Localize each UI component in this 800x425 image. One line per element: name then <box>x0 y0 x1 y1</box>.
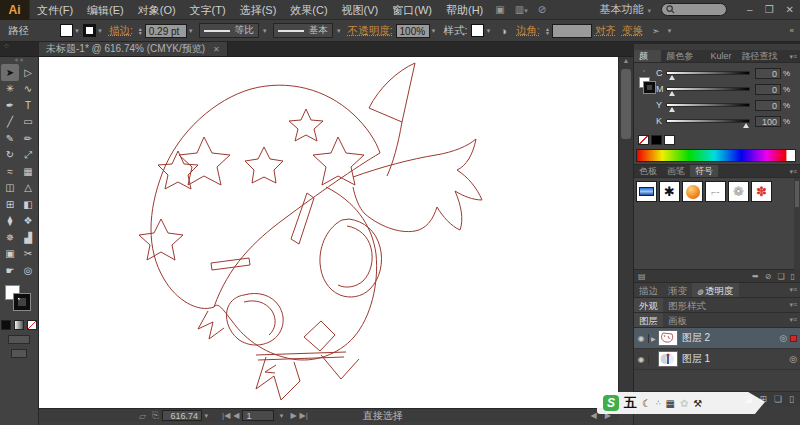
transform-link[interactable]: 变换 <box>622 24 643 38</box>
width-profile-dropdown[interactable]: 等比 <box>199 23 259 38</box>
tab-graphic-styles[interactable]: 图形样式 <box>663 298 711 312</box>
tool-blend[interactable]: ❖ <box>19 213 37 230</box>
artboard-number-field[interactable]: 1 <box>242 410 274 421</box>
stroke-caret-icon[interactable]: ▼ <box>97 28 103 34</box>
symbol-thumb-scroll[interactable]: ⌐- <box>705 181 726 202</box>
scroll-up-icon[interactable]: ▲ <box>619 57 633 67</box>
select-similar-icon[interactable]: ➣ <box>652 26 660 36</box>
width-profile-caret-icon[interactable]: ▼ <box>262 28 268 34</box>
place-symbol-icon[interactable]: ➥ <box>752 272 759 281</box>
close-button[interactable]: ✕ <box>786 4 794 15</box>
symbol-thumb-splatter[interactable]: ✱ <box>659 181 680 202</box>
hscroll-left-icon[interactable]: ◀ <box>590 411 596 420</box>
symbol-thumb-flower[interactable]: ✽ <box>751 181 772 202</box>
tab-swatches[interactable]: 色板 <box>634 165 662 177</box>
controlbar-collapse-icon[interactable]: « <box>790 26 794 35</box>
stroke-weight-caret-icon[interactable]: ▼ <box>188 28 194 34</box>
tab-artboards[interactable]: 画板 <box>663 313 692 327</box>
tool-direct-selection[interactable]: ▷ <box>19 64 37 81</box>
fill-caret-icon[interactable]: ▼ <box>74 28 80 34</box>
fill-swatch[interactable] <box>60 24 73 37</box>
drawing-mode-button[interactable] <box>8 335 30 344</box>
slider-thumb[interactable] <box>743 123 749 128</box>
menu-effect[interactable]: 效果(C) <box>283 0 334 20</box>
tool-rotate[interactable]: ↻ <box>1 147 19 164</box>
slider-value-field[interactable]: 0 <box>755 68 781 79</box>
tool-pen[interactable]: ✒ <box>1 97 19 114</box>
align-link[interactable]: 对齐 <box>595 24 616 38</box>
color-mode-button[interactable] <box>1 320 11 330</box>
tool-hand[interactable]: ☛ <box>1 262 19 279</box>
tool-scale[interactable]: ⤢ <box>19 147 37 164</box>
tab-kuler[interactable]: Kuler <box>705 50 736 62</box>
gradient-mode-button[interactable] <box>14 320 24 330</box>
symbol-thumb-orb[interactable] <box>682 181 703 202</box>
tab-transparency[interactable]: ◍透明度 <box>692 283 739 297</box>
bridge-icon[interactable]: ▣ <box>495 4 504 15</box>
tool-rectangle[interactable]: ▭ <box>19 114 37 131</box>
delete-symbol-icon[interactable]: ▯ <box>791 272 795 281</box>
artboard-prev-icon[interactable]: ◀ <box>233 411 239 420</box>
vertical-scrollbar[interactable]: ▲ ▼ <box>618 57 633 408</box>
screen-mode-button[interactable] <box>11 349 27 358</box>
slider-thumb[interactable] <box>669 75 675 80</box>
artboard-next-icon[interactable]: ▶ <box>290 411 296 420</box>
corner-stepper[interactable]: ▲▼ <box>545 27 550 35</box>
slider-track[interactable] <box>666 103 750 107</box>
menu-object[interactable]: 对象(O) <box>131 0 183 20</box>
visibility-eye-icon[interactable]: ◉ <box>634 355 649 364</box>
tool-artboard[interactable]: ▣ <box>1 246 19 263</box>
menu-view[interactable]: 视图(V) <box>335 0 386 20</box>
workspace-switcher[interactable]: 基本功能▾ <box>600 2 652 17</box>
corner-link[interactable]: 边角: <box>516 24 540 38</box>
document-close-icon[interactable]: ✕ <box>213 45 220 54</box>
tool-zoom[interactable]: ◎ <box>19 262 37 279</box>
fill-stroke-proxy[interactable] <box>0 283 38 317</box>
swatch-white[interactable] <box>664 135 675 145</box>
new-symbol-icon[interactable]: ❏ <box>777 272 784 281</box>
stroke-weight-stepper[interactable]: ▲▼ <box>138 27 143 35</box>
symbols-panel-menu-icon[interactable]: ▾≡ <box>789 165 800 177</box>
menu-edit[interactable]: 编辑(E) <box>80 0 131 20</box>
document-tab[interactable]: 未标题-1* @ 616.74% (CMYK/预览) ✕ <box>39 42 228 56</box>
color-panel-menu-icon[interactable]: ▾≡ <box>789 50 800 62</box>
tool-slice[interactable]: ✂ <box>19 246 37 263</box>
tool-symbol-sprayer[interactable]: ✵ <box>1 229 19 246</box>
slider-value-field[interactable]: 0 <box>755 84 781 95</box>
tool-pencil[interactable]: ✏ <box>19 130 37 147</box>
tab-gradient[interactable]: 渐变 <box>663 283 692 297</box>
none-mode-button[interactable] <box>27 320 37 330</box>
select-similar-caret-icon[interactable]: ▼ <box>666 28 672 34</box>
layer-row-2[interactable]: ◉ ▶ 图层 2 ◎ <box>634 328 800 349</box>
symbol-thumb-banner[interactable] <box>636 181 657 202</box>
tools-panel-grip-icon[interactable]: ∗∗ <box>0 57 38 64</box>
slider-thumb[interactable] <box>669 107 675 112</box>
color-stroke-proxy[interactable] <box>644 82 655 93</box>
tool-perspective-grid[interactable]: △ <box>19 180 37 197</box>
row3-menu-icon[interactable]: ▾≡ <box>789 313 800 327</box>
visibility-eye-icon[interactable]: ◉ <box>634 334 649 343</box>
tool-shape-builder[interactable]: ◫ <box>1 180 19 197</box>
target-circle-icon[interactable]: ◎ <box>789 354 797 364</box>
cs-live-icon[interactable]: ⊘ <box>538 4 546 15</box>
tool-eyedropper[interactable]: ⧫ <box>1 213 19 230</box>
swatch-black[interactable] <box>651 135 662 145</box>
menu-help[interactable]: 帮助(H) <box>439 0 490 20</box>
tool-gradient[interactable]: ◧ <box>19 196 37 213</box>
tool-line-segment[interactable]: ╱ <box>1 114 19 131</box>
vertical-scroll-thumb[interactable] <box>621 69 631 139</box>
tool-width[interactable]: ≈ <box>1 163 19 180</box>
menu-file[interactable]: 文件(F) <box>30 0 80 20</box>
opacity-field[interactable]: 100% <box>396 24 430 38</box>
row1-menu-icon[interactable]: ▾≡ <box>789 283 800 297</box>
new-layer-icon[interactable]: ❏ <box>774 394 782 404</box>
style-caret-icon[interactable]: ▼ <box>485 28 491 34</box>
brush-definition-dropdown[interactable]: 基本 <box>273 23 333 38</box>
slider-value-field[interactable]: 0 <box>755 100 781 111</box>
slider-thumb[interactable] <box>669 91 675 96</box>
layer-row-1[interactable]: ◉ ▶ 图层 1 ◎ <box>634 349 800 370</box>
zoom-level-field[interactable]: 616.74 <box>162 410 202 421</box>
slider-track[interactable] <box>666 119 750 123</box>
tool-free-transform[interactable]: ▦ <box>19 163 37 180</box>
tab-symbols[interactable]: 符号 <box>690 165 718 177</box>
